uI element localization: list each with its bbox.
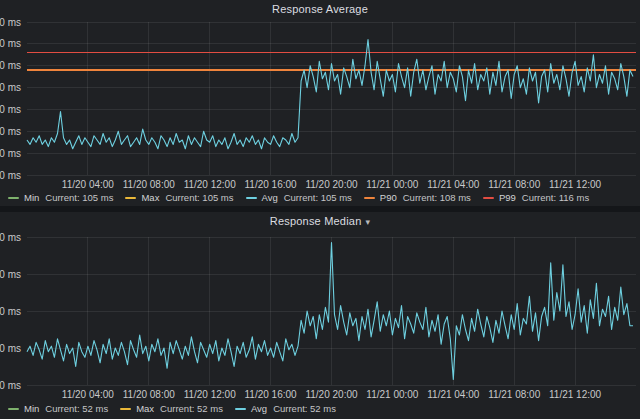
svg-text:11/21 08:00: 11/21 08:00 [488, 389, 541, 400]
svg-text:11/20 08:00: 11/20 08:00 [123, 179, 176, 190]
svg-text:100 ms: 100 ms [0, 82, 21, 93]
svg-text:100 ms: 100 ms [0, 232, 21, 243]
svg-text:20 ms: 20 ms [0, 380, 21, 391]
svg-text:40 ms: 40 ms [0, 343, 21, 354]
panel-title-text: Response Median [270, 215, 362, 227]
legend-response-average: Min Current: 105 ms Max Current: 105 ms … [8, 192, 601, 203]
svg-text:11/21 00:00: 11/21 00:00 [366, 389, 419, 400]
svg-text:11/20 16:00: 11/20 16:00 [245, 179, 298, 190]
svg-text:11/20 12:00: 11/20 12:00 [184, 389, 237, 400]
legend-item-min[interactable]: Min Current: 105 ms [8, 192, 113, 203]
svg-text:11/20 16:00: 11/20 16:00 [245, 389, 298, 400]
legend-item-p90[interactable]: P90 Current: 108 ms [364, 192, 471, 203]
series-color-swatch[interactable] [125, 197, 136, 199]
legend-item-avg[interactable]: Avg Current: 105 ms [246, 192, 352, 203]
svg-text:130 ms: 130 ms [0, 17, 21, 28]
response-average-chart[interactable]: 60 ms70 ms80 ms90 ms100 ms110 ms120 ms13… [0, 0, 640, 206]
panel-response-average: Response Average 60 ms70 ms80 ms90 ms100… [0, 0, 640, 206]
series-color-swatch[interactable] [120, 408, 131, 410]
svg-text:11/21 08:00: 11/21 08:00 [488, 179, 541, 190]
panel-response-median: Response Median▾ 20 ms40 ms60 ms80 ms100… [0, 212, 640, 419]
svg-text:60 ms: 60 ms [0, 170, 21, 181]
svg-text:11/20 20:00: 11/20 20:00 [305, 389, 358, 400]
series-color-swatch[interactable] [235, 408, 246, 410]
svg-text:110 ms: 110 ms [0, 60, 21, 71]
svg-text:80 ms: 80 ms [0, 126, 21, 137]
svg-text:11/20 12:00: 11/20 12:00 [184, 179, 237, 190]
svg-text:11/20 08:00: 11/20 08:00 [123, 389, 176, 400]
svg-text:11/21 04:00: 11/21 04:00 [427, 389, 480, 400]
legend-item-p99[interactable]: P99 Current: 116 ms [483, 192, 589, 203]
legend-item-min[interactable]: Min Current: 52 ms [8, 403, 108, 414]
series-color-swatch[interactable] [246, 197, 257, 199]
svg-text:90 ms: 90 ms [0, 104, 21, 115]
chevron-down-icon[interactable]: ▾ [365, 217, 370, 227]
panel-title-response-average[interactable]: Response Average [0, 3, 640, 15]
legend-item-max[interactable]: Max Current: 52 ms [120, 403, 223, 414]
series-color-swatch[interactable] [364, 197, 375, 199]
svg-text:60 ms: 60 ms [0, 306, 21, 317]
svg-text:11/21 00:00: 11/21 00:00 [366, 179, 419, 190]
svg-text:11/21 04:00: 11/21 04:00 [427, 179, 480, 190]
panel-title-response-median[interactable]: Response Median▾ [0, 215, 640, 227]
svg-text:11/20 04:00: 11/20 04:00 [62, 389, 115, 400]
svg-text:11/21 12:00: 11/21 12:00 [549, 389, 602, 400]
svg-text:70 ms: 70 ms [0, 148, 21, 159]
svg-text:11/20 04:00: 11/20 04:00 [62, 179, 115, 190]
svg-text:80 ms: 80 ms [0, 269, 21, 280]
svg-text:11/21 12:00: 11/21 12:00 [549, 179, 602, 190]
legend-item-avg[interactable]: Avg Current: 52 ms [235, 403, 336, 414]
svg-text:11/20 20:00: 11/20 20:00 [305, 179, 358, 190]
series-color-swatch[interactable] [8, 408, 19, 410]
series-color-swatch[interactable] [8, 197, 19, 199]
legend-item-max[interactable]: Max Current: 105 ms [125, 192, 233, 203]
svg-text:120 ms: 120 ms [0, 38, 21, 49]
panel-title-text: Response Average [272, 3, 368, 15]
legend-response-median: Min Current: 52 ms Max Current: 52 ms Av… [8, 403, 348, 414]
series-color-swatch[interactable] [483, 197, 494, 199]
response-median-chart[interactable]: 20 ms40 ms60 ms80 ms100 ms11/20 04:0011/… [0, 212, 640, 419]
